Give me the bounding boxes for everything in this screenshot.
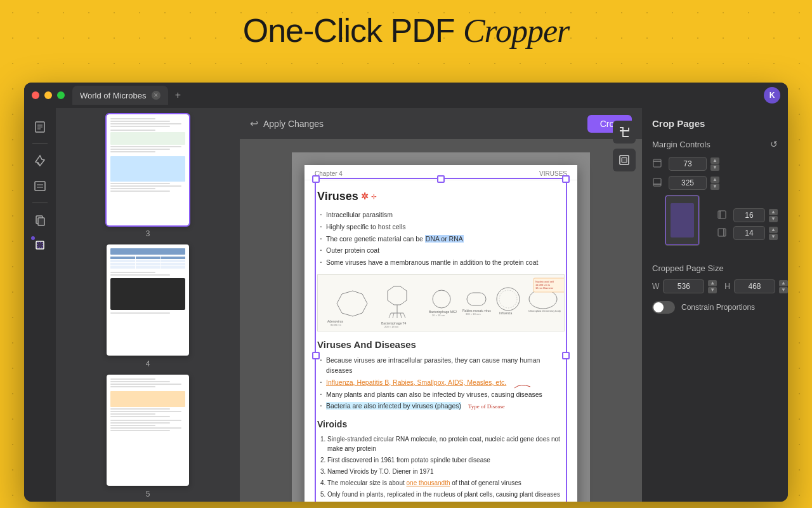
numbered-item-1: Single-stranded circular RNA molecule, n… — [327, 434, 565, 453]
right-margin-input[interactable] — [733, 226, 765, 240]
bottom-margin-increment[interactable]: ▲ — [710, 177, 719, 183]
height-stepper: ▲ ▼ — [779, 280, 788, 293]
svg-rect-42 — [653, 159, 661, 167]
right-margin-increment[interactable]: ▲ — [769, 227, 778, 233]
bullet-1: Intracellular parasitism — [317, 210, 565, 220]
page-header: Chapter 4 VIRUSES — [304, 165, 577, 180]
highlight-diseases: Influenza, Hepatitis B, Rabies, Smallpox… — [326, 378, 506, 386]
margin-controls-label: Margin Controls ↺ — [652, 139, 778, 149]
bottom-margin-stepper: ▲ ▼ — [710, 177, 719, 190]
height-decrement[interactable]: ▼ — [779, 287, 788, 293]
svg-rect-48 — [718, 229, 726, 236]
svg-point-27 — [433, 290, 450, 308]
thumbnail-4[interactable]: 4 — [62, 244, 233, 368]
thumbnail-3[interactable]: 3 — [62, 114, 233, 238]
chapter-label: Chapter 4 — [315, 170, 343, 177]
main-content: 3 — [24, 108, 788, 502]
virus-icon-1: ✲ — [361, 190, 369, 203]
svg-text:Influenza: Influenza — [499, 311, 513, 315]
panel-title: Crop Pages — [652, 118, 778, 129]
width-increment[interactable]: ▲ — [708, 280, 717, 286]
thumb-number-5: 5 — [146, 490, 150, 498]
tab-world-of-microbes[interactable]: World of Microbes ✕ — [72, 86, 168, 105]
constrain-toggle[interactable] — [652, 301, 675, 314]
bottom-margin-icon — [652, 177, 665, 189]
reset-icon[interactable]: ↺ — [770, 139, 778, 149]
width-input[interactable] — [663, 279, 704, 293]
svg-rect-46 — [718, 211, 726, 218]
section3-title: Viroids — [317, 418, 565, 431]
fit-page-button[interactable] — [613, 149, 636, 171]
maximize-button[interactable] — [57, 91, 65, 99]
thumb-number-3: 3 — [146, 229, 150, 238]
svg-rect-44 — [653, 178, 661, 186]
bullet-2: Highly specific to host cells — [317, 222, 565, 232]
section1-title: Viruses ✲ ⊹ — [317, 188, 565, 205]
section-label: VIRUSES — [539, 170, 567, 177]
thumbnail-panel: 3 — [56, 108, 240, 502]
tool-copy-icon[interactable] — [29, 208, 51, 231]
close-button[interactable] — [32, 91, 39, 99]
app-header: One-Click PDF Cropper — [0, 0, 812, 58]
left-margin-icon — [717, 210, 730, 222]
svg-rect-11 — [37, 243, 43, 248]
svg-text:26 × 18 nm: 26 × 18 nm — [432, 314, 445, 317]
bottom-margin-decrement[interactable]: ▼ — [710, 184, 719, 190]
highlight-thousandth: one thousandth — [407, 479, 450, 486]
main-window: World of Microbes ✕ + K — [24, 83, 788, 502]
svg-text:300 × 18 mm: 300 × 18 mm — [466, 312, 481, 316]
svg-line-23 — [400, 313, 402, 318]
user-avatar: K — [764, 87, 780, 104]
toggle-knob — [653, 302, 664, 312]
cropped-size-section: Cropped Page Size W ▲ ▼ H ▲ ▼ — [652, 264, 778, 314]
bullet-s2-3: Many plants and plants can also be infec… — [317, 390, 565, 400]
right-margin-decrement[interactable]: ▼ — [769, 234, 778, 240]
constrain-label: Constrain Proportions — [681, 303, 755, 312]
height-label: H — [724, 282, 730, 291]
svg-text:200 × 18 nm: 200 × 18 nm — [384, 325, 399, 328]
top-margin-decrement[interactable]: ▼ — [710, 164, 719, 171]
tab-close-icon[interactable]: ✕ — [152, 91, 160, 100]
thumb-number-4: 4 — [146, 359, 150, 368]
tool-list-icon[interactable] — [29, 175, 51, 197]
apply-changes-button[interactable]: Apply Changes — [263, 119, 324, 129]
numbered-item-2: First discovered in 1961 from potato spi… — [327, 455, 565, 465]
thumbnail-5[interactable]: 5 — [62, 375, 233, 498]
svg-line-21 — [393, 313, 394, 318]
active-indicator — [31, 236, 35, 240]
left-margin-input[interactable] — [733, 208, 765, 222]
tool-pin-icon[interactable] — [29, 149, 51, 172]
numbered-list: Single-stranded circular RNA molecule, n… — [317, 434, 565, 502]
tab-add-button[interactable]: + — [171, 88, 186, 103]
left-margin-row: ▲ ▼ — [717, 208, 778, 222]
tool-document-icon[interactable] — [29, 116, 51, 138]
right-margin-icon — [717, 227, 730, 239]
width-decrement[interactable]: ▼ — [708, 287, 717, 293]
top-margin-increment[interactable]: ▲ — [710, 157, 719, 164]
bullet-4: Outer protein coat — [317, 246, 565, 256]
traffic-lights — [32, 91, 65, 99]
bottom-margin-input[interactable] — [669, 176, 707, 190]
thumb-frame-4 — [107, 244, 189, 356]
left-sidebar — [24, 108, 56, 502]
top-margin-input[interactable] — [669, 157, 707, 171]
editor-area: ↩ Apply Changes Crop — [240, 108, 642, 502]
svg-point-36 — [529, 290, 557, 309]
annotation-type-of-disease: Type of Disease — [468, 403, 505, 410]
minimize-button[interactable] — [44, 91, 52, 99]
svg-marker-17 — [388, 286, 407, 305]
tool-crop-icon[interactable] — [29, 234, 51, 257]
height-input[interactable] — [734, 279, 775, 293]
height-increment[interactable]: ▲ — [779, 280, 788, 286]
numbered-item-6: The cause of the disease is unknown, and… — [327, 501, 565, 502]
left-margin-increment[interactable]: ▲ — [769, 209, 778, 215]
bullet-5: Some viruses have a membranous mantle in… — [317, 258, 565, 268]
bullet-3: The core genetic material can be DNA or … — [317, 234, 565, 244]
app-title: One-Click PDF Cropper — [243, 12, 569, 49]
svg-rect-9 — [38, 218, 44, 225]
highlight-dna-rna: DNA or RNA — [425, 235, 464, 243]
left-margin-decrement[interactable]: ▼ — [769, 216, 778, 222]
virus-diagram: Adenovirus 80-90 nm — [317, 274, 565, 331]
crop-tool-button[interactable] — [613, 140, 636, 144]
thumb-frame-3 — [107, 114, 189, 225]
